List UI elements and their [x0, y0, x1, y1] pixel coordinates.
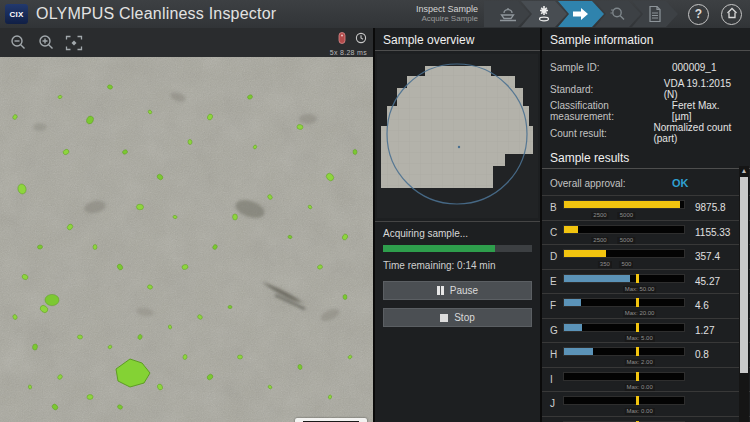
class-value: 45.27 — [695, 276, 720, 287]
acquisition-settings-icon — [535, 5, 553, 23]
class-label: H — [550, 349, 563, 360]
class-label: F — [550, 300, 563, 311]
bar-tick-label: Max: 50.00 — [623, 286, 657, 293]
main-content: 5x 8.28 ms — [0, 28, 750, 422]
result-row: D350500357.4 — [542, 244, 750, 269]
workflow-step-sample-loading[interactable] — [484, 1, 530, 27]
class-label: E — [550, 276, 563, 287]
class-bar-fill — [564, 226, 578, 233]
exposure-clock-icon[interactable] — [355, 30, 367, 48]
time-remaining-label: Time remaining: 0:14 min — [383, 260, 532, 271]
stop-button[interactable]: Stop — [383, 308, 532, 327]
pause-icon — [437, 286, 444, 295]
overall-approval-row: Overall approval: OK — [542, 169, 750, 193]
acquisition-status-block: Acquiring sample... Time remaining: 0:14… — [375, 221, 540, 335]
result-row: B250050009875.8 — [542, 195, 750, 220]
info-value: 000009_1 — [672, 62, 717, 73]
class-label: I — [550, 374, 563, 385]
scale-bar: 200 µm — [295, 418, 367, 422]
class-bar: Max: 20.00 — [563, 298, 685, 307]
bar-tick-label: Max: 2.00 — [624, 359, 654, 366]
fit-to-view-button[interactable] — [62, 32, 86, 54]
camera-live-icon[interactable] — [338, 30, 346, 48]
report-icon — [647, 5, 663, 23]
info-label: Classification measurement: — [550, 100, 672, 122]
result-row: C250050001155.33 — [542, 220, 750, 245]
result-row: IMax: 0.00 — [542, 367, 750, 392]
class-bar-fill — [564, 299, 581, 306]
app-title: OLYMPUS Cleanliness Inspector — [36, 5, 276, 23]
scrollbar-up-icon[interactable]: ▲ — [740, 167, 748, 174]
bar-tick-label: 5000 — [618, 212, 635, 219]
info-row: Classification measurement:Feret Max. [µ… — [550, 100, 742, 122]
class-bar: Max: 5.00 — [563, 323, 685, 332]
class-bar-fill — [564, 348, 593, 355]
scrollbar-thumb[interactable] — [740, 177, 748, 373]
acquisition-progress-fill — [383, 245, 495, 252]
bar-tick-label: Max: 20.00 — [623, 310, 657, 317]
result-rows: B250050009875.8C250050001155.33D35050035… — [542, 195, 750, 422]
class-label: C — [550, 227, 563, 238]
class-bar: Max: 0.00 — [563, 372, 685, 381]
overall-approval-label: Overall approval: — [550, 178, 672, 189]
class-value: 0.8 — [695, 349, 709, 360]
acquisition-status-label: Acquiring sample... — [383, 228, 532, 239]
sample-loading-icon — [498, 6, 517, 23]
class-bar: Max: 0.00 — [563, 396, 685, 405]
app-header: CIX OLYMPUS Cleanliness Inspector Inspec… — [0, 0, 750, 28]
overall-approval-value: OK — [672, 177, 689, 189]
analysis-icon — [609, 5, 627, 23]
sample-information-title: Sample information — [542, 28, 750, 51]
class-bar-fill — [564, 201, 680, 208]
class-bar-fill — [564, 324, 582, 331]
class-value: 9875.8 — [695, 202, 726, 213]
max-limit-marker — [636, 347, 639, 356]
info-value: Normalized count (part) — [653, 122, 742, 144]
home-button[interactable] — [721, 4, 742, 25]
help-button[interactable]: ? — [688, 4, 709, 25]
class-bar: 350500 — [563, 249, 685, 258]
info-label: Sample ID: — [550, 62, 672, 73]
sample-overview-title: Sample overview — [375, 28, 540, 51]
app-window: CIX OLYMPUS Cleanliness Inspector Inspec… — [0, 0, 750, 422]
max-limit-marker — [636, 274, 639, 283]
specimen-canvas — [0, 57, 373, 422]
zoom-in-button[interactable] — [34, 32, 58, 54]
help-icon: ? — [695, 7, 702, 21]
max-limit-marker — [636, 396, 639, 405]
class-label: B — [550, 202, 563, 213]
zoom-out-button[interactable] — [6, 32, 30, 54]
result-row: KMax: 0.00 — [542, 416, 750, 422]
specimen-image[interactable]: 200 µm — [0, 57, 373, 422]
sample-results-panel: Sample information Sample ID:000009_1Sta… — [542, 28, 750, 422]
info-value: VDA 19.1:2015 (N) — [664, 78, 742, 100]
info-label: Standard: — [550, 84, 664, 95]
sample-overview-panel: Sample overview Acquiring sample... — [375, 28, 540, 422]
result-row: EMax: 50.0045.27 — [542, 269, 750, 294]
workflow-steps — [484, 1, 678, 27]
class-value: 357.4 — [695, 251, 720, 262]
bar-tick-label: Max: 0.00 — [624, 408, 654, 415]
workflow-step-context: Inspect Sample Acquire Sample — [416, 5, 484, 23]
class-label: D — [550, 251, 563, 262]
class-label: J — [550, 398, 563, 409]
result-row: GMax: 5.001.27 — [542, 318, 750, 343]
class-bar: 25005000 — [563, 200, 685, 209]
magnification-exposure-label: 5x 8.28 ms — [330, 49, 367, 56]
result-row: HMax: 2.000.8 — [542, 342, 750, 367]
stop-button-label: Stop — [454, 312, 475, 323]
result-row: JMax: 0.00 — [542, 391, 750, 416]
bar-tick-label: Max: 5.00 — [624, 335, 654, 342]
pause-button[interactable]: Pause — [383, 281, 532, 300]
class-bar: Max: 50.00 — [563, 274, 685, 283]
sample-info-rows: Sample ID:000009_1Standard:VDA 19.1:2015… — [542, 51, 750, 146]
bar-tick-label: Max: 0.00 — [624, 384, 654, 391]
sample-results-title: Sample results — [542, 146, 750, 169]
max-limit-marker — [636, 372, 639, 381]
info-label: Count result: — [550, 128, 653, 139]
max-limit-marker — [636, 323, 639, 332]
sample-overview-map[interactable] — [375, 51, 540, 221]
class-value: 4.6 — [695, 300, 709, 311]
bar-tick-label: 2500 — [591, 237, 608, 244]
results-scrollbar[interactable]: ▲ ▼ — [739, 166, 749, 422]
